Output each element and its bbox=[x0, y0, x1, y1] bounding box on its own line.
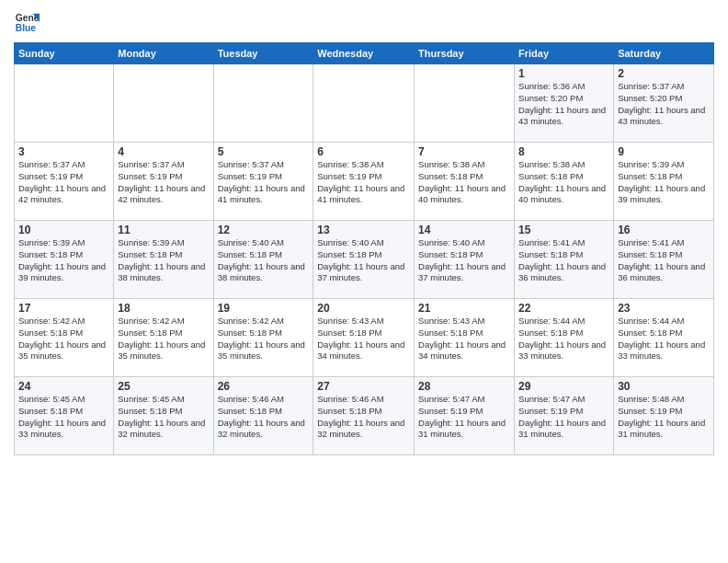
day-info: Sunrise: 5:38 AM Sunset: 5:18 PM Dayligh… bbox=[518, 159, 609, 206]
calendar-cell: 26Sunrise: 5:46 AM Sunset: 5:18 PM Dayli… bbox=[213, 377, 313, 455]
day-number: 2 bbox=[618, 67, 710, 80]
day-info: Sunrise: 5:44 AM Sunset: 5:18 PM Dayligh… bbox=[618, 316, 710, 362]
day-info: Sunrise: 5:47 AM Sunset: 5:19 PM Dayligh… bbox=[518, 394, 609, 441]
day-info: Sunrise: 5:39 AM Sunset: 5:18 PM Dayligh… bbox=[118, 237, 209, 284]
calendar-cell: 23Sunrise: 5:44 AM Sunset: 5:18 PM Dayli… bbox=[614, 299, 714, 377]
day-info: Sunrise: 5:48 AM Sunset: 5:19 PM Dayligh… bbox=[618, 394, 710, 441]
calendar-cell bbox=[415, 64, 515, 143]
calendar-cell: 19Sunrise: 5:42 AM Sunset: 5:18 PM Dayli… bbox=[213, 299, 313, 377]
svg-text:Blue: Blue bbox=[16, 23, 37, 33]
calendar-cell: 5Sunrise: 5:37 AM Sunset: 5:19 PM Daylig… bbox=[213, 143, 313, 221]
day-info: Sunrise: 5:40 AM Sunset: 5:18 PM Dayligh… bbox=[218, 237, 310, 284]
day-number: 23 bbox=[618, 302, 710, 315]
day-info: Sunrise: 5:38 AM Sunset: 5:19 PM Dayligh… bbox=[317, 159, 410, 206]
calendar-cell: 18Sunrise: 5:42 AM Sunset: 5:18 PM Dayli… bbox=[114, 299, 213, 377]
day-number: 3 bbox=[18, 145, 109, 158]
day-number: 27 bbox=[317, 380, 410, 393]
calendar-cell: 1Sunrise: 5:36 AM Sunset: 5:20 PM Daylig… bbox=[515, 64, 614, 143]
calendar-cell: 8Sunrise: 5:38 AM Sunset: 5:18 PM Daylig… bbox=[515, 143, 614, 221]
calendar-cell: 3Sunrise: 5:37 AM Sunset: 5:19 PM Daylig… bbox=[15, 143, 114, 221]
weekday-header: Tuesday bbox=[213, 43, 313, 64]
calendar-cell: 20Sunrise: 5:43 AM Sunset: 5:18 PM Dayli… bbox=[313, 299, 415, 377]
day-number: 17 bbox=[18, 302, 109, 315]
weekday-header: Saturday bbox=[614, 43, 714, 64]
day-number: 25 bbox=[118, 380, 209, 393]
day-number: 11 bbox=[118, 224, 209, 236]
calendar-cell: 11Sunrise: 5:39 AM Sunset: 5:18 PM Dayli… bbox=[114, 221, 213, 299]
day-info: Sunrise: 5:37 AM Sunset: 5:19 PM Dayligh… bbox=[118, 159, 209, 206]
day-number: 12 bbox=[218, 224, 310, 236]
day-number: 26 bbox=[218, 380, 310, 393]
day-info: Sunrise: 5:39 AM Sunset: 5:18 PM Dayligh… bbox=[18, 237, 109, 284]
weekday-header: Sunday bbox=[15, 43, 114, 64]
day-info: Sunrise: 5:37 AM Sunset: 5:20 PM Dayligh… bbox=[618, 81, 710, 128]
calendar-cell: 9Sunrise: 5:39 AM Sunset: 5:18 PM Daylig… bbox=[614, 143, 714, 221]
day-info: Sunrise: 5:38 AM Sunset: 5:18 PM Dayligh… bbox=[418, 159, 510, 206]
day-number: 22 bbox=[518, 302, 609, 315]
day-info: Sunrise: 5:47 AM Sunset: 5:19 PM Dayligh… bbox=[418, 394, 510, 441]
day-number: 28 bbox=[418, 380, 510, 393]
day-number: 10 bbox=[18, 224, 109, 236]
day-info: Sunrise: 5:39 AM Sunset: 5:18 PM Dayligh… bbox=[618, 159, 710, 206]
calendar-cell: 28Sunrise: 5:47 AM Sunset: 5:19 PM Dayli… bbox=[415, 377, 515, 455]
calendar-cell bbox=[313, 64, 415, 143]
day-number: 9 bbox=[618, 145, 710, 158]
calendar-cell: 29Sunrise: 5:47 AM Sunset: 5:19 PM Dayli… bbox=[515, 377, 614, 455]
calendar-week-row: 24Sunrise: 5:45 AM Sunset: 5:18 PM Dayli… bbox=[15, 377, 714, 455]
day-info: Sunrise: 5:43 AM Sunset: 5:18 PM Dayligh… bbox=[317, 316, 410, 362]
page-header: General Blue bbox=[14, 9, 714, 35]
day-number: 18 bbox=[118, 302, 209, 315]
day-info: Sunrise: 5:36 AM Sunset: 5:20 PM Dayligh… bbox=[518, 81, 609, 128]
calendar-week-row: 17Sunrise: 5:42 AM Sunset: 5:18 PM Dayli… bbox=[15, 299, 714, 377]
day-number: 29 bbox=[518, 380, 609, 393]
day-info: Sunrise: 5:37 AM Sunset: 5:19 PM Dayligh… bbox=[18, 159, 109, 206]
day-number: 1 bbox=[518, 67, 609, 80]
day-number: 30 bbox=[618, 380, 710, 393]
day-info: Sunrise: 5:41 AM Sunset: 5:18 PM Dayligh… bbox=[518, 237, 609, 284]
calendar-cell bbox=[15, 64, 114, 143]
calendar-cell bbox=[114, 64, 213, 143]
calendar-cell: 30Sunrise: 5:48 AM Sunset: 5:19 PM Dayli… bbox=[614, 377, 714, 455]
calendar-cell: 2Sunrise: 5:37 AM Sunset: 5:20 PM Daylig… bbox=[614, 64, 714, 143]
day-info: Sunrise: 5:46 AM Sunset: 5:18 PM Dayligh… bbox=[317, 394, 410, 441]
day-info: Sunrise: 5:42 AM Sunset: 5:18 PM Dayligh… bbox=[118, 316, 209, 362]
calendar-cell: 14Sunrise: 5:40 AM Sunset: 5:18 PM Dayli… bbox=[415, 221, 515, 299]
calendar-cell: 15Sunrise: 5:41 AM Sunset: 5:18 PM Dayli… bbox=[515, 221, 614, 299]
calendar-table: SundayMondayTuesdayWednesdayThursdayFrid… bbox=[14, 42, 714, 455]
calendar-cell: 21Sunrise: 5:43 AM Sunset: 5:18 PM Dayli… bbox=[415, 299, 515, 377]
calendar-cell: 7Sunrise: 5:38 AM Sunset: 5:18 PM Daylig… bbox=[415, 143, 515, 221]
day-number: 14 bbox=[418, 224, 510, 236]
day-number: 24 bbox=[18, 380, 109, 393]
calendar-cell: 22Sunrise: 5:44 AM Sunset: 5:18 PM Dayli… bbox=[515, 299, 614, 377]
day-info: Sunrise: 5:42 AM Sunset: 5:18 PM Dayligh… bbox=[18, 316, 109, 362]
calendar-cell: 4Sunrise: 5:37 AM Sunset: 5:19 PM Daylig… bbox=[114, 143, 213, 221]
weekday-header: Friday bbox=[515, 43, 614, 64]
weekday-header: Thursday bbox=[415, 43, 515, 64]
day-info: Sunrise: 5:40 AM Sunset: 5:18 PM Dayligh… bbox=[418, 237, 510, 284]
calendar-cell: 10Sunrise: 5:39 AM Sunset: 5:18 PM Dayli… bbox=[15, 221, 114, 299]
day-number: 16 bbox=[618, 224, 710, 236]
calendar-week-row: 1Sunrise: 5:36 AM Sunset: 5:20 PM Daylig… bbox=[15, 64, 714, 143]
day-number: 8 bbox=[518, 145, 609, 158]
day-info: Sunrise: 5:37 AM Sunset: 5:19 PM Dayligh… bbox=[218, 159, 310, 206]
day-number: 13 bbox=[317, 224, 410, 236]
logo-icon: General Blue bbox=[14, 9, 40, 35]
calendar-cell: 13Sunrise: 5:40 AM Sunset: 5:18 PM Dayli… bbox=[313, 221, 415, 299]
day-number: 15 bbox=[518, 224, 609, 236]
calendar-week-row: 10Sunrise: 5:39 AM Sunset: 5:18 PM Dayli… bbox=[15, 221, 714, 299]
day-number: 4 bbox=[118, 145, 209, 158]
day-number: 7 bbox=[418, 145, 510, 158]
calendar-cell: 25Sunrise: 5:45 AM Sunset: 5:18 PM Dayli… bbox=[114, 377, 213, 455]
calendar-cell: 17Sunrise: 5:42 AM Sunset: 5:18 PM Dayli… bbox=[15, 299, 114, 377]
day-number: 20 bbox=[317, 302, 410, 315]
calendar-cell bbox=[213, 64, 313, 143]
calendar-cell: 12Sunrise: 5:40 AM Sunset: 5:18 PM Dayli… bbox=[213, 221, 313, 299]
logo: General Blue bbox=[14, 9, 40, 35]
calendar-cell: 24Sunrise: 5:45 AM Sunset: 5:18 PM Dayli… bbox=[15, 377, 114, 455]
weekday-header: Monday bbox=[114, 43, 213, 64]
calendar-header-row: SundayMondayTuesdayWednesdayThursdayFrid… bbox=[15, 43, 714, 64]
day-info: Sunrise: 5:45 AM Sunset: 5:18 PM Dayligh… bbox=[18, 394, 109, 441]
day-info: Sunrise: 5:43 AM Sunset: 5:18 PM Dayligh… bbox=[418, 316, 510, 362]
calendar-cell: 6Sunrise: 5:38 AM Sunset: 5:19 PM Daylig… bbox=[313, 143, 415, 221]
day-number: 6 bbox=[317, 145, 410, 158]
